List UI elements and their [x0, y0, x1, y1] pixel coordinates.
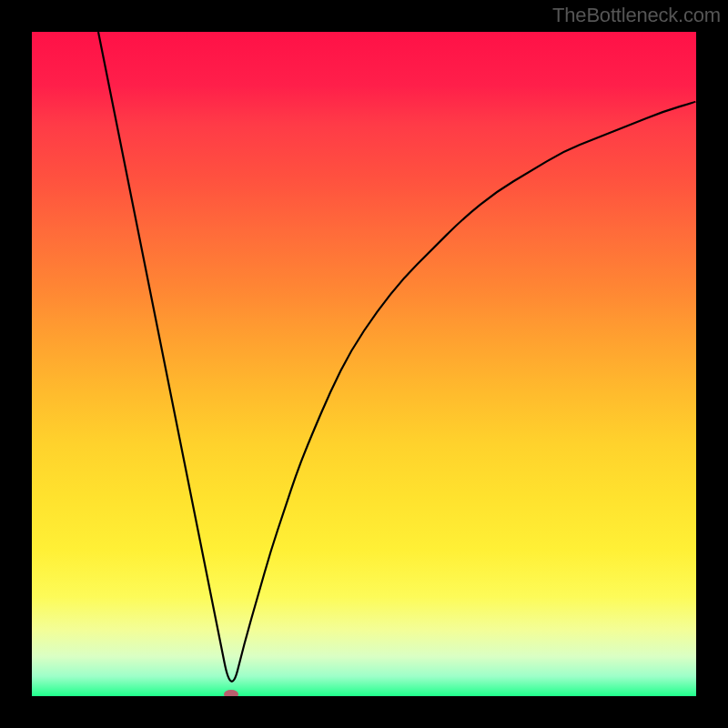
watermark-label: TheBottleneck.com: [552, 4, 721, 27]
bottleneck-curve: [32, 32, 696, 696]
chart-container: TheBottleneck.com: [0, 0, 728, 728]
minimum-marker: [224, 690, 238, 696]
plot-area: [32, 32, 696, 696]
